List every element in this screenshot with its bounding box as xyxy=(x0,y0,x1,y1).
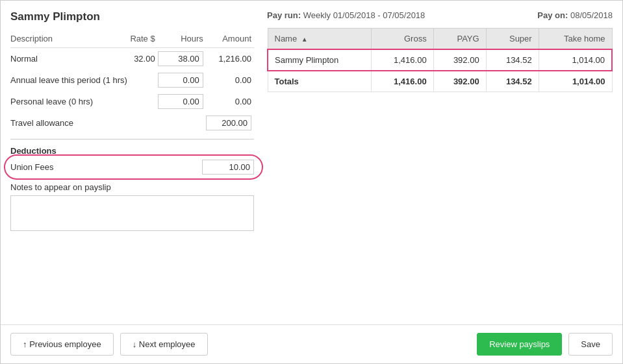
row-hours[interactable] xyxy=(158,91,206,112)
prev-employee-button[interactable]: ↑ Previous employee xyxy=(10,333,114,356)
left-panel: Sammy Plimpton Description Rate $ Hours … xyxy=(10,10,254,315)
totals-super: 134.52 xyxy=(486,71,539,92)
summary-name: Sammy Plimpton xyxy=(268,49,372,71)
employee-name: Sammy Plimpton xyxy=(10,10,254,23)
hours-input-annual[interactable] xyxy=(158,73,203,88)
summary-totals-row: Totals 1,416.00 392.00 134.52 1,014.00 xyxy=(268,71,612,92)
table-row: Travel allowance xyxy=(10,112,254,134)
table-row: Personal leave (0 hrs) 0.00 xyxy=(10,91,254,112)
row-hours xyxy=(158,112,206,134)
right-panel: Pay run: Weekly 01/05/2018 - 07/05/2018 … xyxy=(267,10,613,315)
row-amount: 0.00 xyxy=(206,69,254,91)
footer: ↑ Previous employee ↓ Next employee Revi… xyxy=(1,324,622,363)
deduction-label: Union Fees xyxy=(10,162,53,172)
col-description: Description xyxy=(10,31,130,48)
summary-table: Name ▲ Gross PAYG Super Take home Sammy … xyxy=(267,28,613,92)
notes-label: Notes to appear on payslip xyxy=(10,182,254,192)
pay-run-label: Pay run: xyxy=(267,10,301,20)
col-super: Super xyxy=(486,29,539,50)
deductions-heading: Deductions xyxy=(10,146,254,156)
next-employee-button[interactable]: ↓ Next employee xyxy=(120,333,208,356)
save-button[interactable]: Save xyxy=(568,333,613,356)
row-rate xyxy=(130,69,157,91)
row-description: Annual leave this period (1 hrs) xyxy=(10,69,130,91)
row-amount: 0.00 xyxy=(206,91,254,112)
row-description: Normal xyxy=(10,48,130,70)
table-row: Normal 32.00 1,216.00 xyxy=(10,48,254,70)
summary-gross: 1,416.00 xyxy=(372,49,433,71)
row-amount[interactable] xyxy=(206,112,254,134)
summary-super: 134.52 xyxy=(486,49,539,71)
deduction-union-fees-input[interactable] xyxy=(202,160,254,175)
pay-on-info: Pay on: 08/05/2018 xyxy=(537,10,613,20)
col-rate: Rate $ xyxy=(130,31,157,48)
pay-on-label: Pay on: xyxy=(537,10,568,20)
row-rate xyxy=(130,91,157,112)
totals-payg: 392.00 xyxy=(433,71,486,92)
col-payg: PAYG xyxy=(433,29,486,50)
row-rate: 32.00 xyxy=(130,48,157,70)
row-hours[interactable] xyxy=(158,48,206,70)
summary-payg: 392.00 xyxy=(433,49,486,71)
arrow-up-icon: ↑ xyxy=(23,339,27,349)
pay-on-value: 08/05/2018 xyxy=(570,10,613,20)
table-row: Annual leave this period (1 hrs) 0.00 xyxy=(10,69,254,91)
row-description: Personal leave (0 hrs) xyxy=(10,91,130,112)
row-hours[interactable] xyxy=(158,69,206,91)
notes-textarea[interactable] xyxy=(10,195,254,231)
row-rate xyxy=(130,112,157,134)
next-label: Next employee xyxy=(139,339,196,349)
notes-section: Notes to appear on payslip xyxy=(10,182,254,233)
summary-take-home: 1,014.00 xyxy=(539,49,612,71)
totals-take-home: 1,014.00 xyxy=(539,71,612,92)
col-name[interactable]: Name ▲ xyxy=(268,29,372,50)
hours-input-personal[interactable] xyxy=(158,94,203,109)
col-gross: Gross xyxy=(372,29,433,50)
review-payslips-button[interactable]: Review payslips xyxy=(477,333,562,356)
pay-run-header: Pay run: Weekly 01/05/2018 - 07/05/2018 … xyxy=(267,10,613,20)
totals-label: Totals xyxy=(268,71,372,92)
sort-arrow-icon: ▲ xyxy=(301,36,308,43)
totals-gross: 1,416.00 xyxy=(372,71,433,92)
hours-input-normal[interactable] xyxy=(158,51,203,66)
pay-entries-table: Description Rate $ Hours Amount Normal 3… xyxy=(10,31,254,134)
col-amount: Amount xyxy=(206,31,254,48)
summary-row-sammy[interactable]: Sammy Plimpton 1,416.00 392.00 134.52 1,… xyxy=(268,49,612,71)
deduction-union-fees-row: Union Fees xyxy=(10,160,254,175)
footer-right: Review payslips Save xyxy=(477,333,613,356)
row-amount: 1,216.00 xyxy=(206,48,254,70)
pay-run-info: Pay run: Weekly 01/05/2018 - 07/05/2018 xyxy=(267,10,425,20)
col-take-home: Take home xyxy=(539,29,612,50)
arrow-down-icon: ↓ xyxy=(133,339,137,349)
prev-label: Previous employee xyxy=(29,339,101,349)
pay-run-value: Weekly 01/05/2018 - 07/05/2018 xyxy=(303,10,426,20)
amount-input-travel[interactable] xyxy=(206,115,251,130)
row-description: Travel allowance xyxy=(10,112,130,134)
footer-left: ↑ Previous employee ↓ Next employee xyxy=(10,333,208,356)
col-hours: Hours xyxy=(158,31,206,48)
